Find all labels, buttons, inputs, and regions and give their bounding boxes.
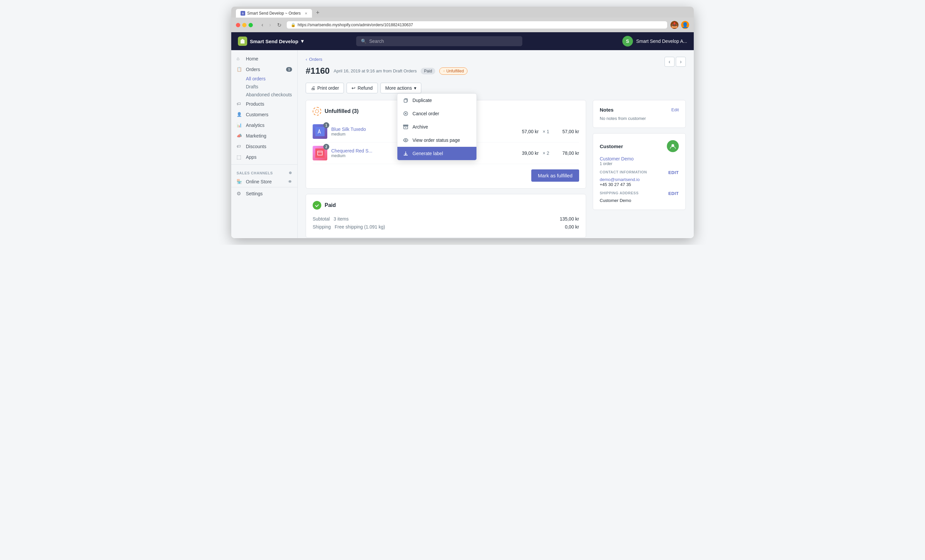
generate-label-text: Generate label [413,151,443,156]
shipping-name: Customer Demo [600,198,679,203]
profile-icon[interactable]: 👤 [681,21,689,29]
browser-tab-active[interactable]: S Smart Send Develop ~ Orders ✕ [236,9,312,18]
sidebar-products-label: Products [246,101,264,107]
close-dot[interactable] [236,23,240,27]
sidebar-item-home[interactable]: Home [231,53,297,64]
notes-content: No notes from customer [600,116,679,121]
forward-button[interactable]: › [267,21,273,29]
customer-email[interactable]: demo@smartsend.io [600,177,679,182]
browser-navigation: ‹ › ↻ [259,21,283,29]
new-tab-button[interactable]: + [313,8,322,18]
sidebar-sub-drafts[interactable]: Drafts [231,83,297,91]
shipping-label: Shipping [313,224,331,229]
svg-text:S: S [242,12,244,15]
paid-status-icon [313,201,321,209]
subtotal-amount: 135,00 kr [560,216,579,221]
shipping-address-section: SHIPPING ADDRESS Edit Customer Demo [600,191,679,203]
customer-card: Customer Customer Demo 1 order CONTACT I… [593,133,686,210]
duplicate-icon [403,97,409,103]
sidebar-item-apps[interactable]: Apps [231,152,297,163]
item-price-2: 39,00 kr × 2 [522,151,552,156]
notes-card: Notes Edit No notes from customer [593,100,686,128]
svg-point-6 [405,140,406,141]
refund-icon: ↩ [351,85,356,91]
main-content: ‹ Orders #1160 April 16, 2019 at 9:16 am… [298,50,694,238]
home-icon [237,56,243,62]
back-button[interactable]: ‹ [259,21,265,29]
order-meta: April 16, 2019 at 9:16 am from Draft Ord… [334,68,417,74]
sidebar-analytics-label: Analytics [246,123,265,128]
customer-card-header: Customer [600,140,679,152]
dropdown-generate-label[interactable]: Generate label [398,147,476,160]
sidebar-item-discounts[interactable]: Discounts [231,141,297,152]
extension-icon[interactable]: 📥 [670,21,678,29]
tab-close-button[interactable]: ✕ [305,12,307,15]
tab-title: Smart Send Develop ~ Orders [247,11,301,16]
order-navigation: ‹ › [664,57,686,67]
reload-button[interactable]: ↻ [275,21,283,29]
next-order-button[interactable]: › [676,57,686,67]
sidebar-item-orders[interactable]: Orders 9 [231,64,297,75]
item-total-2: 78,00 kr [556,151,579,156]
sidebar-customers-label: Customers [246,112,268,117]
side-cards: Notes Edit No notes from customer Custom… [593,100,686,210]
sidebar-item-settings[interactable]: Settings [231,187,297,199]
user-name: Smart Send Develop A... [636,39,687,44]
maximize-dot[interactable] [249,23,253,27]
svg-point-8 [315,110,319,113]
user-menu[interactable]: S Smart Send Develop A... [622,36,687,47]
contact-info-header: CONTACT INFORMATION Edit [600,170,679,175]
contact-edit-button[interactable]: Edit [668,170,679,175]
dropdown-archive[interactable]: Archive [398,120,476,134]
user-avatar: S [622,36,633,47]
sidebar-item-analytics[interactable]: Analytics [231,120,297,131]
orders-icon [237,66,243,72]
breadcrumb[interactable]: ‹ Orders [306,57,467,62]
marketing-icon [237,133,243,139]
sidebar-item-marketing[interactable]: Marketing [231,131,297,141]
shipping-edit-button[interactable]: Edit [668,191,679,196]
sidebar-item-products[interactable]: Products [231,99,297,109]
item-qty-2: × 2 [542,151,549,156]
dropdown-cancel-order[interactable]: Cancel order [398,107,476,120]
minimize-dot[interactable] [242,23,247,27]
sidebar-divider [231,164,297,165]
more-actions-button[interactable]: More actions ▾ [380,83,421,93]
add-channel-icon[interactable]: ⊕ [289,171,292,175]
sidebar-online-store-label: Online Store [246,179,272,184]
search-bar[interactable]: 🔍 Search [356,36,522,46]
search-placeholder: Search [369,39,384,44]
sidebar-discounts-label: Discounts [246,144,266,149]
unfulfilled-title: Unfulfilled (3) [325,108,359,114]
prev-order-button[interactable]: ‹ [664,57,675,67]
store-eye-icon[interactable]: 👁 [288,179,292,184]
more-actions-label: More actions [386,85,412,91]
subtotal-label: Subtotal [313,216,330,221]
dropdown-view-status[interactable]: View order status page [398,134,476,147]
mark-fulfilled-button[interactable]: Mark as fulfilled [531,169,579,182]
notes-edit-button[interactable]: Edit [672,107,679,112]
drafts-label: Drafts [246,84,258,89]
browser-toolbar: 📥 👤 [670,21,689,29]
brand-logo[interactable]: Smart Send Develop ▾ [238,36,304,46]
sidebar-sub-all-orders[interactable]: All orders [231,75,297,83]
dropdown-duplicate[interactable]: Duplicate [398,94,476,107]
subtotal-label-text: Subtotal 3 items [313,216,348,221]
item-unit-price-1: 57,00 kr [522,129,539,134]
subtotal-items: 3 items [334,216,348,221]
archive-label: Archive [413,124,428,129]
print-order-button[interactable]: 🖨 Print order [306,83,344,93]
brand-dropdown-icon: ▾ [301,38,304,44]
address-bar[interactable]: 🔒 https://smartsendio.myshopify.com/admi… [287,21,667,29]
settings-icon [237,191,243,197]
sidebar-item-online-store[interactable]: Online Store 👁 [231,176,297,187]
paid-header: Paid [313,201,579,209]
customer-orders-count: 1 order [600,161,679,166]
sidebar-item-customers[interactable]: Customers [231,109,297,120]
sidebar-sub-abandoned[interactable]: Abandoned checkouts [231,91,297,99]
customer-name[interactable]: Customer Demo [600,156,679,161]
refund-button[interactable]: ↩ Refund [346,83,377,93]
url-text: https://smartsendio.myshopify.com/admin/… [298,23,413,27]
sidebar: Home Orders 9 All orders Drafts Abandone… [231,50,298,238]
cards-layout: Unfulfilled (3) 1 [306,100,686,238]
